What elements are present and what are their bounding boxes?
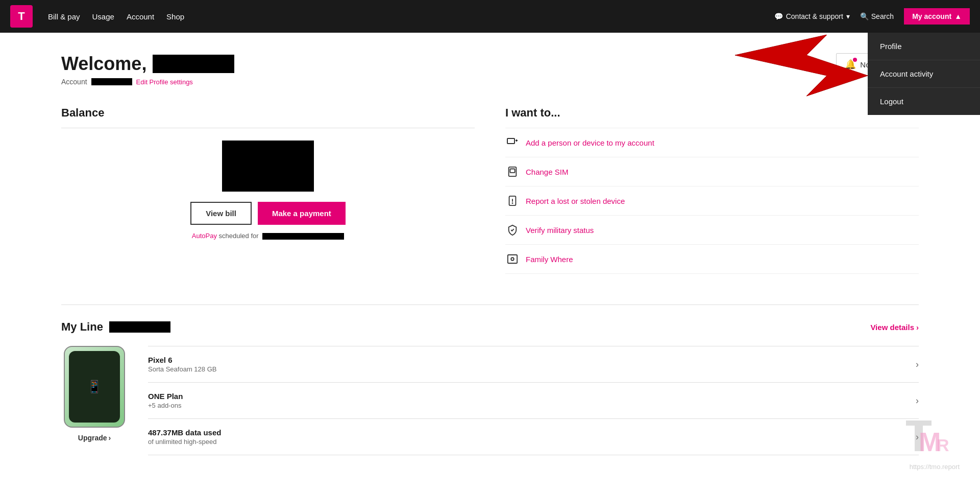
iwant-add-person[interactable]: Add a person or device to my account [505, 128, 919, 157]
myline-section: My Line View details › 📱 Upgrade › [61, 305, 919, 455]
navbar: T Bill & pay Usage Account Shop 💬 Contac… [0, 0, 980, 33]
myline-row-info: Pixel 6 Sorta Seafoam 128 GB [148, 356, 216, 373]
make-payment-button[interactable]: Make a payment [258, 202, 346, 225]
myline-plan-row[interactable]: ONE Plan +5 add-ons › [148, 383, 919, 419]
logo-letter: T [18, 10, 24, 23]
autopay-date-redacted [262, 233, 344, 240]
account-label: Account [61, 78, 87, 86]
chevron-right-icon: › [916, 323, 919, 332]
dropdown-logout[interactable]: Logout [868, 88, 980, 115]
iwant-verify-military[interactable]: Verify military status [505, 216, 919, 245]
myline-title: My Line [61, 320, 170, 334]
svg-rect-9 [508, 255, 517, 264]
nav-usage[interactable]: Usage [92, 12, 114, 21]
myline-header: My Line View details › [61, 320, 919, 334]
chevron-right-icon: › [916, 359, 919, 370]
plan-subtitle: +5 add-ons [148, 402, 183, 409]
nav-account[interactable]: Account [127, 12, 154, 21]
sim-icon [505, 165, 520, 179]
contact-support-button[interactable]: 💬 Contact & support ▾ [774, 12, 850, 20]
nav-shop[interactable]: Shop [166, 12, 184, 21]
add-device-icon [505, 135, 520, 150]
welcome-heading: Welcome, [61, 53, 234, 75]
balance-section: Balance View bill Make a payment AutoPay… [61, 106, 475, 274]
balance-divider [61, 128, 475, 128]
myline-content: 📱 Upgrade › Pixel 6 Sorta Seafoam 128 GB… [61, 346, 919, 455]
welcome-block: Welcome, Account Edit Profile settings [61, 53, 234, 86]
search-button[interactable]: 🔍 Search [860, 12, 894, 20]
military-icon [505, 223, 520, 237]
navbar-right: 💬 Contact & support ▾ 🔍 Search My accoun… [774, 8, 970, 25]
myline-label: My Line [61, 320, 103, 334]
chevron-down-icon: ▾ [846, 12, 850, 20]
my-account-button[interactable]: My account ▲ [904, 8, 970, 25]
myaccount-label: My account [912, 12, 951, 20]
iwant-section: I want to... Add a person or device to m… [505, 106, 919, 274]
family-where-link[interactable]: Family Where [526, 255, 573, 264]
iwant-title: I want to... [505, 106, 919, 120]
user-name-redacted [153, 55, 234, 73]
chevron-right-icon: › [109, 434, 111, 442]
phone-screen: 📱 [69, 351, 120, 423]
autopay-link[interactable]: AutoPay [192, 232, 217, 240]
balance-amount-redacted [222, 141, 314, 192]
view-details-link[interactable]: View details › [870, 323, 919, 332]
device-title: Pixel 6 [148, 356, 216, 364]
iwant-change-sim[interactable]: Change SIM [505, 157, 919, 186]
nav-bill-pay[interactable]: Bill & pay [48, 12, 80, 21]
tmr-url: https://tmo.report [903, 463, 960, 471]
welcome-text: Welcome, [61, 53, 146, 75]
myline-device-row[interactable]: Pixel 6 Sorta Seafoam 128 GB › [148, 346, 919, 383]
upgrade-link[interactable]: Upgrade › [78, 434, 111, 442]
bell-icon: 🔔 [845, 59, 856, 70]
line-number-redacted [109, 321, 170, 333]
tmr-watermark: M R https://tmo.report [903, 418, 960, 471]
svg-text:R: R [937, 435, 949, 455]
svg-rect-12 [906, 420, 932, 426]
phone-visual: 📱 [64, 346, 125, 428]
contact-label: Contact & support [786, 12, 843, 20]
myline-data-row[interactable]: 487.37MB data used of unlimited high-spe… [148, 419, 919, 455]
view-details-label: View details [870, 323, 914, 332]
lost-device-icon [505, 194, 520, 208]
dropdown-account-activity[interactable]: Account activity [868, 60, 980, 88]
autopay-suffix: scheduled for [219, 232, 259, 240]
main-content: Welcome, Account Edit Profile settings 🔔… [0, 33, 980, 491]
tmr-logo-svg: M R [903, 418, 960, 459]
svg-point-10 [511, 258, 514, 261]
search-icon: 🔍 [860, 12, 869, 20]
add-person-link[interactable]: Add a person or device to my account [526, 138, 654, 147]
header-section: Welcome, Account Edit Profile settings 🔔… [61, 53, 919, 86]
phone-screen-content: 📱 [87, 380, 102, 394]
myline-details: Pixel 6 Sorta Seafoam 128 GB › ONE Plan … [148, 346, 919, 455]
search-label: Search [871, 12, 894, 20]
upgrade-label: Upgrade [78, 434, 107, 442]
myline-plan-info: ONE Plan +5 add-ons [148, 392, 183, 409]
svg-rect-5 [510, 169, 514, 173]
tmobile-logo[interactable]: T [10, 5, 33, 28]
device-subtitle: Sorta Seafoam 128 GB [148, 365, 216, 373]
balance-title: Balance [61, 106, 475, 120]
balance-buttons: View bill Make a payment [190, 202, 346, 225]
iwant-list: Add a person or device to my account Cha… [505, 128, 919, 274]
balance-iwant-section: Balance View bill Make a payment AutoPay… [61, 106, 919, 274]
account-dropdown-menu: Profile Account activity Logout [868, 33, 980, 115]
chevron-right-icon: › [916, 395, 919, 406]
iwant-family-where[interactable]: Family Where [505, 245, 919, 274]
change-sim-link[interactable]: Change SIM [526, 168, 568, 176]
account-line: Account Edit Profile settings [61, 78, 234, 86]
view-bill-button[interactable]: View bill [190, 202, 252, 225]
chat-icon: 💬 [774, 12, 783, 20]
report-lost-link[interactable]: Report a lost or stolen device [526, 197, 625, 205]
myline-data-info: 487.37MB data used of unlimited high-spe… [148, 428, 221, 446]
chevron-up-icon: ▲ [954, 12, 962, 20]
autopay-text: AutoPay scheduled for [192, 232, 344, 240]
iwant-report-lost[interactable]: Report a lost or stolen device [505, 186, 919, 216]
account-number-redacted [91, 78, 132, 85]
nav-links: Bill & pay Usage Account Shop [48, 12, 774, 21]
verify-military-link[interactable]: Verify military status [526, 226, 594, 235]
dropdown-profile[interactable]: Profile [868, 33, 980, 60]
notification-dot [853, 58, 857, 62]
edit-profile-link[interactable]: Edit Profile settings [136, 78, 193, 86]
plan-title: ONE Plan [148, 392, 183, 401]
